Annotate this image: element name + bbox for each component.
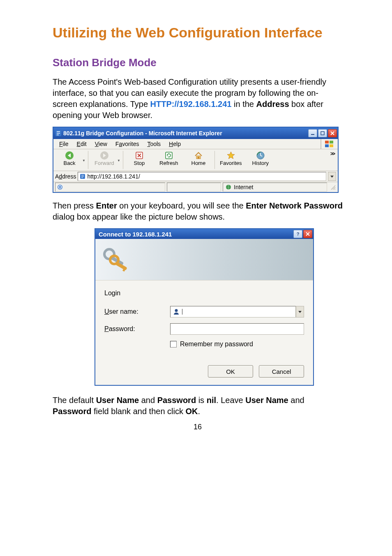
ie-statusbar: Internet xyxy=(53,182,338,192)
close-button[interactable] xyxy=(303,230,312,238)
ie-menubar: File Edit View Favorites Tools Help xyxy=(53,139,338,149)
username-field-wrap xyxy=(170,306,304,317)
star-icon xyxy=(226,151,235,160)
remember-label: Remember my password xyxy=(180,341,253,348)
page-number: 16 xyxy=(53,423,343,431)
ok-button[interactable]: OK xyxy=(208,365,253,378)
text: is xyxy=(196,396,207,405)
bold-address: Address xyxy=(256,100,289,109)
windows-flag-icon xyxy=(321,139,338,149)
bold-password: Password xyxy=(157,396,196,405)
password-input[interactable] xyxy=(170,323,304,335)
stop-button[interactable]: Stop xyxy=(125,150,154,166)
password-label: Password: xyxy=(104,325,170,333)
toolbar-label: Home xyxy=(191,160,206,166)
bold-ok: OK xyxy=(186,407,198,416)
login-titlebar: Connect to 192.168.1.241 ? xyxy=(95,229,313,239)
toolbar-label: Refresh xyxy=(159,160,178,166)
toolbar-overflow-button[interactable]: >> xyxy=(330,150,338,157)
username-input[interactable] xyxy=(170,306,296,317)
menu-favorites[interactable]: Favorites xyxy=(111,140,143,148)
text: on your keyboard, you will see the xyxy=(117,201,246,210)
toolbar-label: History xyxy=(252,160,269,166)
chevron-down-icon[interactable]: ▼ xyxy=(82,159,85,162)
document-page: Utilizing the Web Configuration Interfac… xyxy=(0,0,392,448)
menu-help[interactable]: Help xyxy=(165,140,185,148)
dialog-window-buttons: ? xyxy=(293,230,312,238)
text: . Leave xyxy=(216,396,245,405)
svg-rect-2 xyxy=(321,132,324,135)
separator-icon xyxy=(123,151,123,169)
svg-rect-16 xyxy=(198,157,199,159)
back-button[interactable]: Back xyxy=(55,150,84,166)
svg-point-32 xyxy=(175,309,178,312)
home-button[interactable]: Home xyxy=(184,150,213,166)
text: and xyxy=(139,396,157,405)
text: in the xyxy=(231,100,256,109)
separator-icon xyxy=(88,151,88,169)
toolbar-label: Back xyxy=(64,160,76,166)
user-head-icon xyxy=(173,308,180,315)
text-cursor-icon xyxy=(182,309,182,315)
menu-tools[interactable]: Tools xyxy=(143,140,165,148)
window-buttons xyxy=(308,129,337,137)
login-realm-label: Login xyxy=(104,290,304,297)
password-row: Password: xyxy=(104,323,304,335)
chevron-down-icon[interactable]: ▼ xyxy=(117,159,120,162)
login-banner xyxy=(95,239,313,280)
address-url: http://192.168.1.241/ xyxy=(87,173,140,180)
text: Then press xyxy=(53,201,96,210)
history-button[interactable]: History xyxy=(246,150,275,166)
ie-e-icon xyxy=(57,184,63,190)
svg-rect-8 xyxy=(330,144,333,147)
section-heading: Station Bridge Mode xyxy=(53,56,343,69)
page-title: Utilizing the Web Configuration Interfac… xyxy=(53,25,343,41)
status-left-pane xyxy=(55,183,165,192)
menu-file[interactable]: File xyxy=(55,140,73,148)
forward-arrow-icon xyxy=(100,151,109,160)
address-dropdown-button[interactable] xyxy=(328,172,336,181)
back-arrow-icon xyxy=(65,151,74,160)
bold-dialog-name: Enter Network Password xyxy=(246,201,343,210)
cancel-button[interactable]: Cancel xyxy=(259,365,304,378)
menu-edit[interactable]: Edit xyxy=(73,140,91,148)
globe-icon xyxy=(226,184,231,190)
ie-titlebar: 802.11g Bridge Configuration - Microsoft… xyxy=(53,127,338,139)
history-icon xyxy=(256,151,265,160)
ie-page-icon xyxy=(80,174,85,179)
refresh-button[interactable]: Refresh xyxy=(154,150,183,166)
svg-rect-5 xyxy=(325,141,329,144)
minimize-button[interactable] xyxy=(308,129,317,137)
maximize-button[interactable] xyxy=(318,129,327,137)
svg-rect-7 xyxy=(325,144,329,147)
remember-row: Remember my password xyxy=(104,341,304,348)
bold-nil: nil xyxy=(207,396,216,405)
login-body: Login User name: Password: xyxy=(95,280,313,385)
zone-text: Internet xyxy=(234,184,253,190)
username-label: User name: xyxy=(104,308,170,315)
toolbar-label: Favorites xyxy=(220,160,242,166)
favorites-button[interactable]: Favorites xyxy=(217,150,245,166)
address-field[interactable]: http://192.168.1.241/ xyxy=(78,172,326,181)
bold-username: User Name xyxy=(96,396,139,405)
resize-grip-icon[interactable] xyxy=(329,185,336,190)
ie-page-icon xyxy=(55,130,62,137)
username-dropdown-button[interactable] xyxy=(296,306,304,317)
keys-icon xyxy=(100,245,132,274)
menu-view[interactable]: View xyxy=(91,140,111,148)
bold-password2: Password xyxy=(53,407,91,416)
svg-line-24 xyxy=(334,189,335,190)
text: The default xyxy=(53,396,96,405)
password-field-wrap xyxy=(170,323,304,335)
forward-button[interactable]: Forward xyxy=(90,150,119,166)
close-button[interactable] xyxy=(328,129,337,137)
toolbar-label: Forward xyxy=(95,160,114,166)
text: and xyxy=(288,396,304,405)
text: field blank and then click xyxy=(91,407,185,416)
text: . xyxy=(198,407,201,416)
ie-title-text: 802.11g Bridge Configuration - Microsoft… xyxy=(63,130,308,137)
remember-checkbox[interactable] xyxy=(170,341,177,348)
bold-username2: User Name xyxy=(245,396,288,405)
ie-window: 802.11g Bridge Configuration - Microsoft… xyxy=(53,127,339,193)
help-button[interactable]: ? xyxy=(293,230,302,238)
